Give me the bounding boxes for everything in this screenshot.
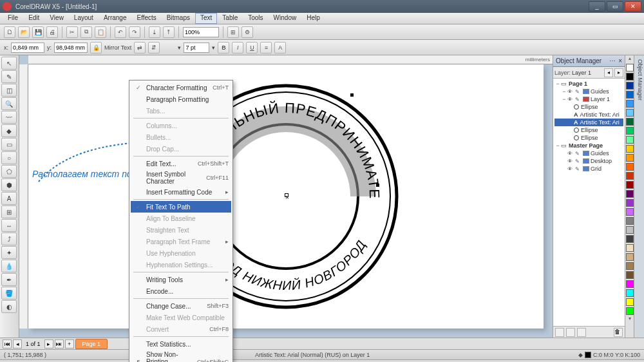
print-button[interactable]: 🖨 [46, 26, 58, 38]
bold-button[interactable]: B [218, 42, 229, 53]
align-button[interactable]: ≡ [260, 42, 272, 53]
polygon-tool[interactable]: ⬠ [1, 165, 17, 178]
color-swatch[interactable] [626, 64, 634, 71]
color-swatch[interactable] [626, 289, 634, 297]
menu-tools[interactable]: Tools [243, 13, 268, 24]
canvas-area[interactable]: ИНДИВИДУАЛЬНЫЙ ПРЕДПРИНИМАТЕЛЬ ГОРОД НИЖ… [19, 55, 553, 338]
fill-indicator[interactable]: ◆C:0 M:0 Y:0 K:100 [578, 352, 640, 358]
menu-item[interactable]: Change Case...Shift+F3 [131, 300, 231, 312]
menu-item[interactable]: Encode... [131, 285, 231, 297]
outline-tool[interactable]: ✒ [1, 273, 17, 286]
layer-prev-button[interactable]: ◂ [604, 68, 613, 77]
tree-item[interactable]: −👁✎Layer 1 [554, 95, 623, 103]
color-swatch[interactable] [626, 307, 634, 315]
color-swatch[interactable] [626, 145, 634, 153]
page-prev-button[interactable]: ◂ [13, 339, 22, 348]
selection-handle[interactable] [376, 184, 379, 187]
palette-down-icon[interactable]: ▾ [625, 316, 634, 323]
menu-item[interactable]: ✓Fit Text To Path [131, 201, 231, 213]
dimension-tool[interactable]: ↔ [1, 219, 17, 232]
color-swatch[interactable] [626, 244, 634, 252]
color-swatch[interactable] [626, 100, 634, 108]
color-swatch[interactable] [626, 163, 634, 171]
color-swatch[interactable] [626, 217, 634, 225]
pick-tool[interactable]: ↖ [1, 57, 17, 70]
interactive-fill-tool[interactable]: ◐ [1, 300, 17, 313]
minimize-button[interactable]: _ [589, 1, 605, 12]
selection-handle[interactable] [350, 93, 354, 97]
color-swatch[interactable] [626, 73, 634, 81]
menu-item[interactable]: Paragraph Formatting [131, 93, 231, 105]
table-tool[interactable]: ⊞ [1, 205, 17, 218]
page-add-button[interactable]: + [65, 339, 74, 348]
text-options-button[interactable]: A [274, 42, 286, 53]
color-swatch[interactable] [626, 82, 634, 90]
paste-button[interactable]: 📋 [95, 26, 106, 38]
docker-menu-icon[interactable]: ⋯ [609, 57, 616, 64]
color-swatch[interactable] [626, 181, 634, 189]
page-next-button[interactable]: ▸ [44, 339, 53, 348]
menu-item[interactable]: Text Statistics... [131, 338, 231, 350]
eyedropper-tool[interactable]: 💧 [1, 260, 17, 272]
tree-item[interactable]: AArtistic Text: Ari [554, 119, 623, 126]
tree-item[interactable]: Ellipse [554, 126, 623, 134]
color-swatch[interactable] [626, 127, 634, 135]
italic-button[interactable]: I [232, 42, 243, 53]
export-button[interactable]: ⤒ [163, 26, 175, 38]
tree-item[interactable]: 👁✎Desktop [554, 157, 623, 165]
menu-file[interactable]: File [3, 13, 23, 24]
menu-bitmaps[interactable]: Bitmaps [162, 13, 195, 24]
color-swatch[interactable] [626, 208, 634, 216]
tree-item[interactable]: −▭Master Page [554, 142, 623, 149]
crop-tool[interactable]: ◫ [1, 84, 17, 97]
menu-item[interactable]: ✓Character FormattingCtrl+T [131, 82, 231, 93]
x-input[interactable] [11, 43, 44, 53]
palette-up-icon[interactable]: ▴ [625, 55, 634, 63]
zoom-tool[interactable]: 🔍 [1, 97, 17, 110]
menu-item[interactable]: Insert Symbol CharacterCtrl+F11 [131, 169, 231, 186]
shape-tool[interactable]: ✎ [1, 70, 17, 83]
color-swatch[interactable] [626, 271, 634, 279]
docker-title[interactable]: Object Manager ⋯ × [553, 55, 625, 67]
text-tool[interactable]: A [1, 192, 17, 205]
page-canvas[interactable]: ИНДИВИДУАЛЬНЫЙ ПРЕДПРИНИМАТЕЛЬ ГОРОД НИЖ… [28, 64, 544, 329]
menu-view[interactable]: View [44, 13, 69, 24]
fill-tool[interactable]: 🪣 [1, 287, 17, 300]
selection-center[interactable]: × [285, 193, 289, 197]
page-first-button[interactable]: ⏮ [3, 339, 12, 348]
tree-item[interactable]: AArtistic Text: Ari [554, 111, 623, 119]
docker-close-icon[interactable]: × [618, 57, 622, 64]
undo-button[interactable]: ↶ [115, 26, 126, 38]
menu-window[interactable]: Window [269, 13, 302, 24]
maximize-button[interactable]: ▭ [607, 1, 623, 12]
mirror-v-button[interactable]: ⇵ [148, 42, 160, 53]
freehand-tool[interactable]: 〰 [1, 111, 17, 124]
ellipse-tool[interactable]: ○ [1, 151, 17, 164]
menu-arrange[interactable]: Arrange [99, 13, 132, 24]
underline-button[interactable]: U [246, 42, 258, 53]
ruler-vertical[interactable] [19, 64, 28, 329]
save-button[interactable]: 💾 [32, 26, 44, 38]
menu-edit[interactable]: Edit [23, 13, 44, 24]
color-swatch[interactable] [626, 190, 634, 198]
color-swatch[interactable] [626, 280, 634, 288]
page-tab[interactable]: Page 1 [75, 339, 108, 349]
menu-text[interactable]: Text [195, 13, 217, 24]
color-swatch[interactable] [626, 136, 634, 144]
color-swatch[interactable] [626, 298, 634, 306]
color-swatch[interactable] [626, 253, 634, 261]
menu-item[interactable]: Insert Formatting Code▸ [131, 186, 231, 198]
ruler-horizontal[interactable] [28, 55, 553, 64]
menu-layout[interactable]: Layout [69, 13, 99, 24]
menu-help[interactable]: Help [301, 13, 325, 24]
color-swatch[interactable] [626, 91, 634, 99]
color-swatch[interactable] [626, 154, 634, 162]
color-swatch[interactable] [626, 235, 634, 243]
new-button[interactable]: 🗋 [4, 26, 15, 38]
connector-tool[interactable]: ⤴ [1, 233, 17, 245]
copy-button[interactable]: ⧉ [80, 26, 92, 38]
trash-button[interactable]: 🗑 [614, 328, 623, 337]
new-master-button[interactable] [566, 328, 575, 337]
tree-item[interactable]: 👁✎Guides [554, 149, 623, 157]
interactive-tool[interactable]: ✦ [1, 246, 17, 259]
